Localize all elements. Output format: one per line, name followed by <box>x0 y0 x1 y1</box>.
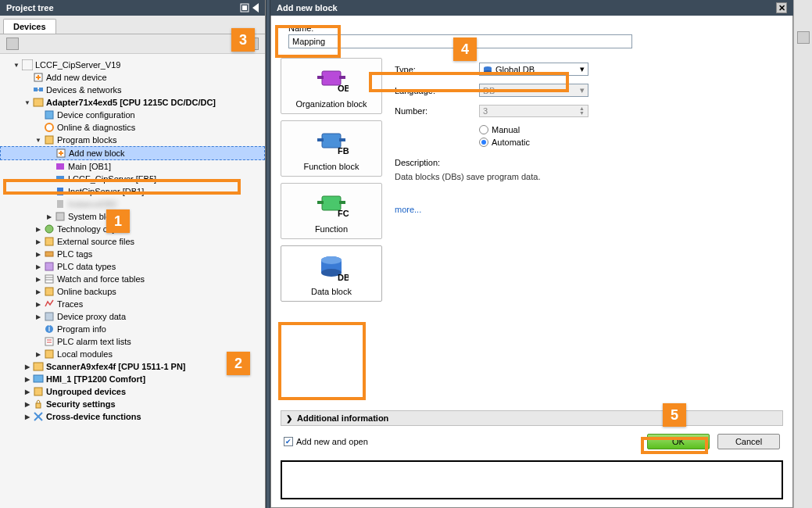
checkbox-icon: ✔ <box>284 437 293 446</box>
additional-info-header[interactable]: ❯ Additional information <box>281 410 783 426</box>
svg-rect-8 <box>39 88 43 91</box>
svg-rect-11 <box>45 111 53 119</box>
svg-point-22 <box>45 225 53 233</box>
tree-add-new-block[interactable]: Add new block <box>0 146 265 160</box>
toolbar-icon-left[interactable] <box>6 38 19 50</box>
annotation-2: 2 <box>227 352 250 375</box>
svg-rect-17 <box>56 163 64 170</box>
fb-icon: FB <box>314 127 349 159</box>
block-type-grid: OB Organization block FB Function block … <box>281 58 382 402</box>
tree-prog-info[interactable]: iProgram info <box>0 323 265 335</box>
svg-rect-10 <box>34 98 43 106</box>
svg-rect-30 <box>45 313 53 320</box>
pane-collapse-icon[interactable] <box>252 3 259 13</box>
number-label: Number: <box>395 106 473 116</box>
type-select[interactable]: Global DB ▾ <box>479 63 588 76</box>
tree-program-blocks[interactable]: ▼Program blocks <box>0 134 265 146</box>
devices-tab[interactable]: Devices <box>3 19 56 34</box>
tree-lccf-fb[interactable]: LCCF_CipServer [FB5] <box>0 173 265 185</box>
dialog-title-text: Add new block <box>277 3 338 13</box>
tree-plc-dtypes[interactable]: ▶PLC data types <box>0 260 265 273</box>
radio-manual[interactable]: Manual <box>479 125 783 134</box>
svg-rect-40 <box>36 403 41 408</box>
tree-ext-src[interactable]: ▶External source files <box>0 235 265 248</box>
tree-main-ob[interactable]: Main [OB1] <box>0 160 265 173</box>
close-icon[interactable]: ✕ <box>776 2 787 13</box>
svg-rect-20 <box>57 200 63 208</box>
tree-tech-objects[interactable]: ▶Technology objects <box>0 223 265 235</box>
tree-plc-tags[interactable]: ▶PLC tags <box>0 248 265 260</box>
description-label: Description: <box>395 158 783 167</box>
number-spinner: 3 ▲▼ <box>479 105 588 117</box>
pane-view-icon[interactable] <box>240 3 249 13</box>
annotation-5: 5 <box>663 403 686 427</box>
tree-system-blocks[interactable]: ▶System blocks <box>0 210 265 223</box>
tile-fc[interactable]: FC Function <box>281 183 382 239</box>
annotation-4: 4 <box>453 38 477 61</box>
db-icon: DB <box>314 252 349 284</box>
tree-security[interactable]: ▶Security settings <box>0 398 265 410</box>
tree-cross[interactable]: ▶Cross-device functions <box>0 410 265 423</box>
radio-automatic[interactable]: Automatic <box>479 138 783 147</box>
svg-rect-52 <box>317 201 324 204</box>
block-form: Type: Global DB ▾ Language: DB ▾ <box>395 58 783 402</box>
svg-rect-19 <box>57 188 63 195</box>
output-area <box>281 460 783 499</box>
svg-marker-2 <box>252 3 259 13</box>
add-open-checkbox[interactable]: ✔ Add new and open <box>284 437 368 446</box>
description-text: Data blocks (DBs) save program data. <box>395 172 783 181</box>
dialog-titlebar: Add new block ✕ <box>270 0 793 16</box>
svg-text:i: i <box>48 324 50 333</box>
fc-icon: FC <box>314 190 349 221</box>
tree-root[interactable]: ▼LCCF_CipServer_V19 <box>0 59 265 71</box>
radio-icon <box>479 138 488 147</box>
project-tree-toolbar <box>0 34 265 54</box>
project-tree-title: Project tree <box>6 3 54 13</box>
tile-db[interactable]: DB Data block <box>281 245 382 302</box>
tile-ob[interactable]: OB Organization block <box>281 58 382 114</box>
ok-button[interactable]: OK <box>647 434 710 449</box>
tree-add-device[interactable]: Add new device <box>0 71 265 84</box>
tree-backups[interactable]: ▶Online backups <box>0 285 265 298</box>
sidebar-tool-icon[interactable] <box>797 31 810 44</box>
svg-rect-44 <box>317 76 324 79</box>
annotation-1: 1 <box>106 209 130 233</box>
tree-online-diag[interactable]: Online & diagnostics <box>0 121 265 134</box>
svg-rect-3 <box>22 59 33 70</box>
svg-rect-25 <box>45 263 53 270</box>
svg-rect-1 <box>242 5 247 10</box>
svg-point-12 <box>45 123 53 131</box>
tree-adapter[interactable]: ▼Adapter71x4exd5 [CPU 1215C DC/DC/DC] <box>0 96 265 109</box>
tree-hmi[interactable]: ▶HMI_1 [TP1200 Comfort] <box>0 373 265 385</box>
tree-local-modules[interactable]: ▶Local modules <box>0 348 265 360</box>
cancel-button[interactable]: Cancel <box>717 434 780 449</box>
svg-rect-36 <box>45 350 53 358</box>
dialog-pane: Add new block ✕ Name: OB Organization bl… <box>270 0 793 508</box>
svg-text:FB: FB <box>338 146 349 156</box>
more-link[interactable]: more... <box>395 205 783 214</box>
svg-rect-21 <box>56 213 64 220</box>
tree-traces[interactable]: ▶Traces <box>0 298 265 310</box>
tree-blurred-item[interactable]: InstanceDB2 <box>0 198 265 210</box>
device-tree[interactable]: ▼LCCF_CipServer_V19 Add new device Devic… <box>0 54 265 508</box>
tree-devices-networks[interactable]: Devices & networks <box>0 84 265 96</box>
svg-rect-33 <box>45 338 53 345</box>
name-label: Name: <box>288 23 783 33</box>
tree-scanner[interactable]: ▶ScannerA9xfex4f [CPU 1511-1 PN] <box>0 360 265 373</box>
tree-inst-db[interactable]: InstCipServer [DB1] <box>0 185 265 198</box>
svg-rect-48 <box>317 138 324 141</box>
expand-icon: ❯ <box>286 414 292 423</box>
tree-device-config[interactable]: Device configuration <box>0 109 265 121</box>
ob-icon: OB <box>314 65 349 96</box>
svg-point-62 <box>484 70 492 73</box>
tree-alarm[interactable]: PLC alarm text lists <box>0 335 265 348</box>
tile-fb[interactable]: FB Function block <box>281 120 382 177</box>
svg-rect-13 <box>45 136 53 144</box>
spinner-arrows-icon: ▲▼ <box>579 106 585 116</box>
svg-rect-39 <box>34 388 42 395</box>
svg-point-58 <box>321 256 342 264</box>
tree-ungrouped[interactable]: ▶Ungrouped devices <box>0 385 265 398</box>
tree-watch[interactable]: ▶Watch and force tables <box>0 273 265 285</box>
project-tree-tabbar: Devices <box>0 16 265 34</box>
tree-proxy[interactable]: ▶Device proxy data <box>0 310 265 323</box>
